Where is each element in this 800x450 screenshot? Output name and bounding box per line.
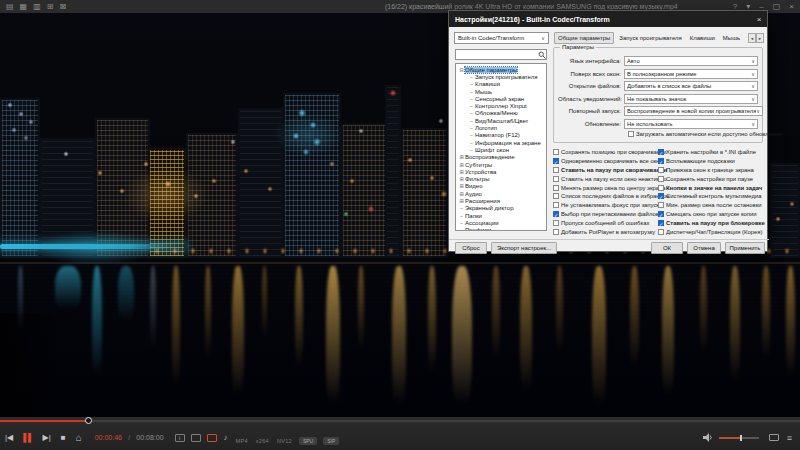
option-checkbox[interactable]: Диспетчер/Чат/Трансляция (Корея) xyxy=(658,227,763,236)
option-checkbox[interactable]: Добавить PotPlayer в автозагрузку xyxy=(553,227,658,236)
skin-select-icon[interactable]: ▦ xyxy=(20,0,28,13)
info-toggle-icon[interactable]: i xyxy=(175,434,185,442)
parameter-dropdown[interactable]: Воспроизведение в новой копии проигрыват… xyxy=(624,106,763,116)
status-badge[interactable]: SIP xyxy=(323,437,339,445)
option-checkbox[interactable]: Ставить на паузу при сворачивании xyxy=(553,166,658,175)
tree-item[interactable]: –Контроллер Xinput xyxy=(456,102,546,109)
parameter-dropdown[interactable]: Не использовать∨ xyxy=(624,119,758,129)
speaker-icon[interactable] xyxy=(703,433,713,442)
tree-item[interactable]: ⊞Устройства xyxy=(456,168,546,175)
option-checkbox[interactable]: ✓Выбор при перетаскивании файлов xyxy=(553,210,658,219)
option-checkbox[interactable]: Пропуск сообщений об ошибках xyxy=(553,218,658,227)
tree-item[interactable]: –Логотип xyxy=(456,124,546,131)
dialog-close-icon[interactable]: × xyxy=(751,15,767,24)
tree-item[interactable]: –Клавиши xyxy=(456,81,546,88)
tab-scroll-right-icon[interactable]: ► xyxy=(756,33,764,43)
option-checkbox[interactable]: Ставить на паузу если окно неактивно xyxy=(553,174,658,183)
tree-item[interactable]: –Шрифт окон xyxy=(456,146,546,153)
pause-button[interactable]: ▌▌ xyxy=(23,433,32,443)
apply-button[interactable]: Применить xyxy=(725,242,765,254)
tree-item[interactable]: –Профили xyxy=(456,227,546,231)
cancel-button[interactable]: Отмена xyxy=(687,242,721,254)
capture-icon[interactable]: ⊠ xyxy=(59,0,66,13)
option-checkbox[interactable]: Не устанавливать фокус при запуске xyxy=(553,201,658,210)
tree-item[interactable]: ⊟Общие параметры xyxy=(456,66,546,73)
tree-item[interactable]: –Вид/Масштаб/Цвет xyxy=(456,117,546,124)
option-checkbox[interactable]: Кнопки в значке на панели задач xyxy=(658,183,763,192)
tree-search[interactable] xyxy=(455,49,547,60)
playlist-icon[interactable]: ≡ xyxy=(787,433,792,443)
parameter-dropdown[interactable]: Не показывать значок∨ xyxy=(624,94,758,104)
layout-icon[interactable]: ⊞ xyxy=(47,0,54,13)
tree-item[interactable]: ⊞Воспроизведение xyxy=(456,154,546,161)
parameter-dropdown[interactable]: Добавлять в список все файлы∨ xyxy=(624,81,758,91)
option-checkbox[interactable]: Сохранять позицию при сворачивании xyxy=(553,148,658,157)
checkbox-label: Ставить на паузу если окно неактивно xyxy=(561,176,666,182)
update-auto-checkbox[interactable]: Загружать автоматически если доступно об… xyxy=(628,130,782,139)
tree-item[interactable]: –Сенсорный экран xyxy=(456,95,546,102)
option-checkbox[interactable]: Сохранять настройки при паузе xyxy=(658,174,763,183)
option-checkbox[interactable]: ✓Одновременно сворачивать все окна xyxy=(553,157,658,166)
seek-thumb[interactable] xyxy=(85,417,92,424)
tree-item[interactable]: ⊞Аудио xyxy=(456,190,546,197)
search-input[interactable] xyxy=(456,50,538,59)
seek-bar[interactable] xyxy=(0,417,800,425)
close-button-icon[interactable]: × xyxy=(789,0,794,13)
ok-button[interactable]: ОК xyxy=(651,242,683,254)
audio-icon[interactable]: ♪ xyxy=(224,433,228,442)
app-menu-icon[interactable]: ▤ xyxy=(6,0,14,13)
option-checkbox[interactable]: Мин. размер окна после остановки xyxy=(658,201,763,210)
status-badge[interactable]: SPU xyxy=(299,437,317,445)
light-reflection xyxy=(700,266,707,361)
option-checkbox[interactable]: ✓Ставить на паузу при блокировке xyxy=(658,218,763,227)
volume-thumb[interactable] xyxy=(740,435,742,441)
option-checkbox[interactable]: ✓Системный контроль мультимедиа xyxy=(658,192,763,201)
option-checkbox[interactable]: Привязка окон к границе экрана xyxy=(658,166,763,175)
option-checkbox[interactable]: Список последних файлов в избранное xyxy=(553,192,658,201)
next-button[interactable]: ▶| xyxy=(43,433,51,443)
tree-item[interactable]: ⊞Субтитры xyxy=(456,161,546,168)
screen-mode-icon[interactable]: ▥ xyxy=(33,0,41,13)
tree-item[interactable]: –Экранный диктор xyxy=(456,205,546,212)
maximize-button-icon[interactable]: ▢ xyxy=(773,0,781,13)
parameter-dropdown[interactable]: Авто∨ xyxy=(624,56,758,66)
tree-item[interactable]: –Ассоциации xyxy=(456,219,546,226)
preset-dropdown[interactable]: Built-in Codec/Transform ∨ xyxy=(454,32,549,44)
tree-item[interactable]: –Запуск проигрывателя xyxy=(456,73,546,80)
stop-button[interactable]: ■ xyxy=(61,433,66,443)
video-toggle-icon[interactable] xyxy=(191,434,201,442)
settings-tab[interactable]: Запуск проигрывателя xyxy=(616,33,684,43)
tree-item[interactable]: ⊞Фильтры xyxy=(456,175,546,182)
record-toggle-icon[interactable] xyxy=(207,434,217,442)
volume-slider[interactable] xyxy=(719,437,759,439)
tree-item-label: Субтитры xyxy=(465,162,492,168)
chevron-down-icon: ∨ xyxy=(751,121,755,127)
tree-item[interactable]: ⊞Видео xyxy=(456,183,546,190)
parameter-label: Открытие файлов: xyxy=(558,83,624,89)
option-checkbox[interactable]: Менять размер окна по центру экрана xyxy=(553,183,658,192)
tree-item-label: Профили xyxy=(465,227,491,231)
tab-scroll-left-icon[interactable]: ◄ xyxy=(748,33,756,43)
option-checkbox[interactable]: ✓Смещать окно при запуске копии xyxy=(658,210,763,219)
tree-item[interactable]: ⊞Расширения xyxy=(456,197,546,204)
settings-tab[interactable]: Мышь xyxy=(720,33,743,43)
dialog-title-bar[interactable]: Настройки(241216) - Built-in Codec/Trans… xyxy=(449,11,767,27)
settings-tab[interactable]: Клавиши xyxy=(687,33,718,43)
checkbox-label: Ставить на паузу при блокировке xyxy=(666,220,765,226)
tree-item[interactable]: –Мышь xyxy=(456,88,546,95)
option-checkbox[interactable]: ✓Всплывающие подсказки xyxy=(658,157,763,166)
settings-tab[interactable]: Общие параметры xyxy=(554,32,614,44)
tree-item[interactable]: –Папки xyxy=(456,212,546,219)
open-button[interactable]: ⌂ xyxy=(76,433,82,443)
checkbox-box: ✓ xyxy=(658,211,664,217)
parameter-dropdown[interactable]: В полноэкранном режиме∨ xyxy=(624,69,758,79)
seek-track[interactable] xyxy=(0,420,800,422)
tree-item[interactable]: –Информация на экране xyxy=(456,139,546,146)
tree-item[interactable]: –Навигатор (F12) xyxy=(456,132,546,139)
export-settings-button[interactable]: Экспорт настроек... xyxy=(491,242,557,254)
reset-button[interactable]: Сброс xyxy=(455,242,487,254)
tree-item[interactable]: –Обложка/Меню xyxy=(456,110,546,117)
previous-button[interactable]: |◀ xyxy=(5,433,13,443)
screen-control-icon[interactable] xyxy=(769,434,779,441)
option-checkbox[interactable]: ✓Хранить настройки в *.INI файле xyxy=(658,148,763,157)
